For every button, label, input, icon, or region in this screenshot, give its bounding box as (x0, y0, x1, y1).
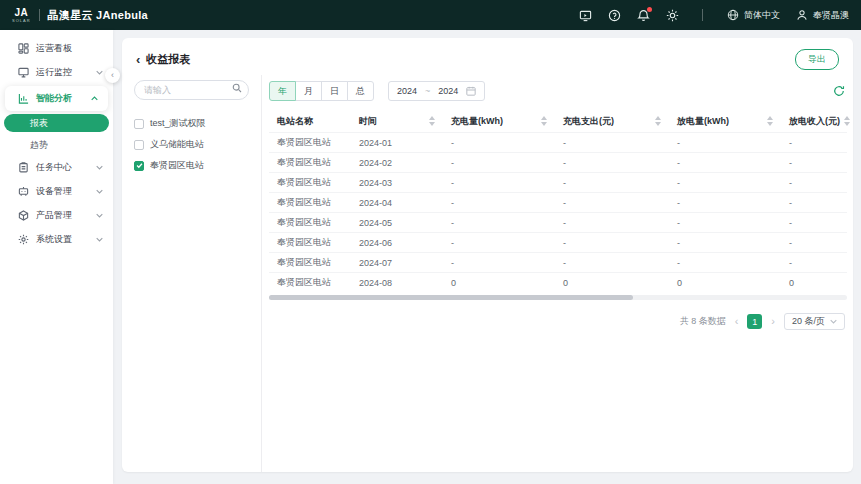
topbar-actions: 简体中文 奉贤晶澳 (578, 8, 849, 22)
station-option[interactable]: test_测试权限 (134, 113, 249, 134)
horizontal-scrollbar[interactable] (269, 295, 847, 300)
sidebar-item-analysis[interactable]: 智能分析 (5, 87, 108, 109)
station-list: test_测试权限 义乌储能电站 奉贤园区电站 (134, 113, 249, 176)
sidebar-item-monitoring[interactable]: 运行监控 (0, 60, 113, 84)
sidebar-item-label: 运行监控 (36, 66, 72, 79)
cell-discharge-kwh: - (669, 218, 781, 228)
back-icon[interactable]: ‹ (136, 53, 140, 66)
notification-badge (647, 7, 652, 12)
table-row: 奉贤园区电站 2024-01 - - - - (269, 132, 847, 152)
sidebar-item-devices[interactable]: 设备管理 (0, 179, 113, 203)
controls-row: 年 月 日 总 2024 ~ 2024 (269, 81, 847, 101)
cell-time: 2024-02 (351, 158, 443, 168)
logo-text: JA (14, 8, 28, 18)
station-option[interactable]: 义乌储能电站 (134, 134, 249, 155)
checkbox-checked-icon (134, 161, 144, 171)
cell-time: 2024-07 (351, 258, 443, 268)
device-icon (17, 185, 29, 197)
cell-time: 2024-03 (351, 178, 443, 188)
column-label: 放电量(kWh) (677, 115, 729, 128)
table-row: 奉贤园区电站 2024-04 - - - - (269, 192, 847, 212)
tab-total[interactable]: 总 (347, 81, 374, 101)
sidebar-subitem-report[interactable]: 报表 (4, 114, 109, 132)
date-range-separator: ~ (425, 86, 430, 96)
user-icon (795, 8, 809, 22)
station-filter-panel: test_测试权限 义乌储能电站 奉贤园区电站 (122, 75, 262, 472)
column-header-discharge-kwh[interactable]: 放电量(kWh) (669, 115, 781, 128)
cell-charge-kwh: - (443, 178, 555, 188)
export-button[interactable]: 导出 (795, 49, 839, 70)
prev-page-icon[interactable]: ‹ (735, 316, 739, 327)
sidebar-item-tasks[interactable]: 任务中心 (0, 155, 113, 179)
table-row: 奉贤园区电站 2024-08 0 0 0 0 (269, 272, 847, 292)
column-header-charge-cost[interactable]: 充电支出(元) (555, 115, 669, 128)
chevron-down-icon (830, 319, 837, 324)
sidebar-subitem-label: 趋势 (30, 139, 48, 152)
sidebar-collapse-button[interactable]: ‹ (105, 68, 120, 83)
sidebar-item-dashboard[interactable]: 运营看板 (0, 36, 113, 60)
sort-icon[interactable] (767, 116, 773, 126)
cell-discharge-income: - (781, 138, 847, 148)
settings-icon (17, 233, 29, 245)
page-title: 收益报表 (146, 52, 190, 67)
cell-discharge-income: - (781, 178, 847, 188)
sidebar-group-analysis: 智能分析 (5, 86, 108, 111)
sidebar-subitem-trend[interactable]: 趋势 (0, 135, 113, 155)
page-size-label: 20 条/页 (792, 315, 825, 328)
date-range-picker[interactable]: 2024 ~ 2024 (388, 81, 485, 101)
sidebar-item-products[interactable]: 产品管理 (0, 203, 113, 227)
cell-discharge-kwh: - (669, 178, 781, 188)
cell-discharge-kwh: 0 (669, 278, 781, 288)
tab-month[interactable]: 月 (295, 81, 322, 101)
logo-subtext: SOLAR (12, 19, 31, 23)
cell-charge-kwh: - (443, 158, 555, 168)
page-size-select[interactable]: 20 条/页 (784, 313, 845, 330)
station-option[interactable]: 奉贤园区电站 (134, 155, 249, 176)
next-page-icon[interactable]: › (771, 316, 775, 327)
station-label: 奉贤园区电站 (150, 159, 204, 172)
tab-day[interactable]: 日 (321, 81, 348, 101)
sidebar-item-label: 产品管理 (36, 209, 72, 222)
column-header-charge-kwh[interactable]: 充电量(kWh) (443, 115, 555, 128)
column-label: 放电收入(元) (789, 115, 840, 128)
report-panel: 年 月 日 总 2024 ~ 2024 (262, 75, 853, 472)
column-label: 充电支出(元) (563, 115, 614, 128)
scrollbar-thumb[interactable] (269, 295, 633, 300)
sort-icon[interactable] (429, 116, 435, 126)
cell-charge-cost: - (555, 198, 669, 208)
help-icon[interactable] (607, 8, 621, 22)
refresh-icon[interactable] (833, 85, 845, 97)
tab-year[interactable]: 年 (269, 81, 296, 101)
username: 奉贤晶澳 (813, 9, 849, 22)
cell-time: 2024-01 (351, 138, 443, 148)
screen-icon[interactable] (578, 8, 592, 22)
sidebar-item-settings[interactable]: 系统设置 (0, 227, 113, 251)
user-menu[interactable]: 奉贤晶澳 (795, 8, 849, 22)
table-body: 奉贤园区电站 2024-01 - - - - 奉贤园区电站 (269, 132, 847, 292)
bell-icon[interactable] (636, 8, 650, 22)
cell-charge-cost: - (555, 158, 669, 168)
theme-icon[interactable] (665, 8, 679, 22)
page-number-button[interactable]: 1 (747, 314, 762, 329)
cell-time: 2024-06 (351, 238, 443, 248)
search-icon[interactable] (232, 83, 242, 93)
column-header-time[interactable]: 时间 (351, 115, 443, 128)
date-from: 2024 (397, 86, 417, 96)
column-header-discharge-income[interactable]: 放电收入(元) (781, 115, 847, 128)
globe-icon (726, 8, 740, 22)
table-row: 奉贤园区电站 2024-02 - - - - (269, 152, 847, 172)
cell-charge-kwh: 0 (443, 278, 555, 288)
topbar-divider (39, 9, 40, 21)
cell-discharge-kwh: - (669, 258, 781, 268)
app-title: 晶澳星云 JAnebula (48, 8, 148, 23)
cell-discharge-kwh: - (669, 198, 781, 208)
cell-charge-kwh: - (443, 138, 555, 148)
dashboard-icon (17, 42, 29, 54)
sort-icon[interactable] (655, 116, 661, 126)
cell-discharge-income: 0 (781, 278, 847, 288)
report-table: 电站名称 时间 充电量(kWh) 充电支出(元) (269, 110, 847, 300)
station-label: 义乌储能电站 (150, 138, 204, 151)
sort-icon[interactable] (541, 116, 547, 126)
sort-icon[interactable] (844, 116, 850, 126)
language-switcher[interactable]: 简体中文 (726, 8, 780, 22)
